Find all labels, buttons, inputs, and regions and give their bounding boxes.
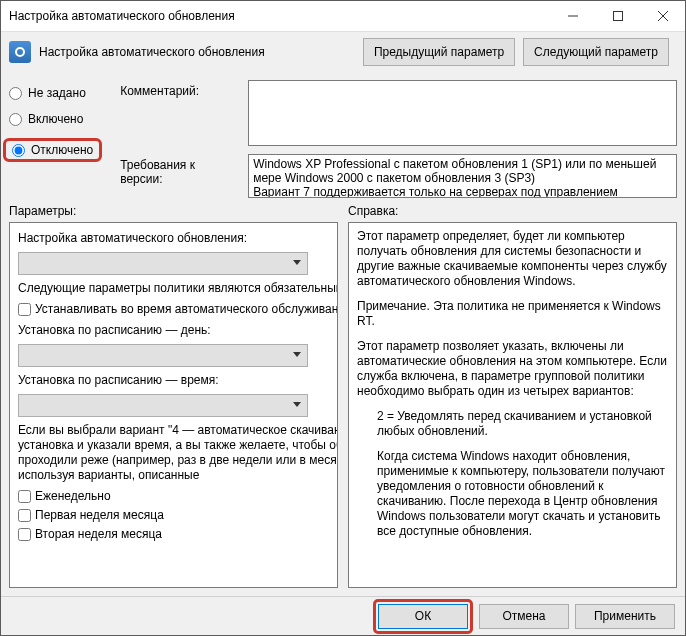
- policy-icon: [9, 41, 31, 63]
- policy-note: Следующие параметры политики являются об…: [18, 281, 338, 296]
- two-columns: Параметры: Настройка автоматического обн…: [9, 204, 677, 588]
- help-column: Справка: Этот параметр определяет, будет…: [348, 204, 677, 588]
- chk-second-week[interactable]: Вторая неделя месяца: [18, 527, 338, 542]
- schedule-day-dropdown[interactable]: [18, 344, 308, 367]
- help-p2: Примечание. Эта политика не применяется …: [357, 299, 668, 329]
- ok-button[interactable]: ОК: [378, 604, 468, 629]
- state-radios: Не задано Включено Отключено: [9, 80, 110, 198]
- help-panel[interactable]: Этот параметр определяет, будет ли компь…: [348, 222, 677, 588]
- requirement-line: Windows XP Professional с пакетом обновл…: [253, 157, 672, 185]
- bottom-bar: ОК Отмена Применить: [1, 596, 685, 635]
- params-column: Параметры: Настройка автоматического обн…: [9, 204, 338, 588]
- params-heading: Параметры:: [9, 204, 338, 218]
- apply-button[interactable]: Применить: [575, 604, 675, 629]
- chk-first-week[interactable]: Первая неделя месяца: [18, 508, 338, 523]
- svg-rect-1: [613, 12, 622, 21]
- chk-install-maintenance[interactable]: Устанавливать во время автоматического о…: [18, 302, 338, 317]
- radio-not-configured-label: Не задано: [28, 86, 86, 100]
- schedule-note: Если вы выбрали вариант "4 — автоматичес…: [18, 423, 338, 483]
- params-title: Настройка автоматического обновления:: [18, 231, 338, 246]
- minimize-button[interactable]: [550, 1, 595, 31]
- auto-update-dropdown[interactable]: [18, 252, 308, 275]
- schedule-time-dropdown[interactable]: [18, 394, 308, 417]
- chk-second-week-input[interactable]: [18, 528, 31, 541]
- help-p4: 2 = Уведомлять перед скачиванием и устан…: [377, 409, 668, 439]
- prev-setting-button[interactable]: Предыдущий параметр: [363, 38, 515, 66]
- schedule-time-label: Установка по расписанию — время:: [18, 373, 338, 388]
- chk-weekly-input[interactable]: [18, 490, 31, 503]
- comment-label: Комментарий:: [120, 80, 240, 98]
- window: Настройка автоматического обновления Нас…: [0, 0, 686, 636]
- chk-install-maintenance-input[interactable]: [18, 303, 31, 316]
- subtitle-bar: Настройка автоматического обновления Пре…: [1, 32, 685, 72]
- schedule-day-label: Установка по расписанию — день:: [18, 323, 338, 338]
- ok-highlight: ОК: [373, 599, 473, 634]
- chk-second-week-label: Вторая неделя месяца: [35, 527, 162, 542]
- requirements-list[interactable]: Windows XP Professional с пакетом обновл…: [248, 154, 677, 198]
- radio-disabled-input[interactable]: [12, 144, 25, 157]
- help-p3: Этот параметр позволяет указать, включен…: [357, 339, 668, 399]
- chk-first-week-label: Первая неделя месяца: [35, 508, 164, 523]
- radio-disabled-label: Отключено: [31, 143, 93, 157]
- maximize-button[interactable]: [595, 1, 640, 31]
- titlebar: Настройка автоматического обновления: [1, 1, 685, 32]
- chk-first-week-input[interactable]: [18, 509, 31, 522]
- radio-enabled[interactable]: Включено: [9, 112, 102, 126]
- close-button[interactable]: [640, 1, 685, 31]
- chk-weekly[interactable]: Еженедельно: [18, 489, 338, 504]
- cancel-button[interactable]: Отмена: [479, 604, 569, 629]
- help-p1: Этот параметр определяет, будет ли компь…: [357, 229, 668, 289]
- radio-enabled-input[interactable]: [9, 113, 22, 126]
- chk-install-maintenance-label: Устанавливать во время автоматического о…: [35, 302, 338, 317]
- params-panel[interactable]: Настройка автоматического обновления: Сл…: [9, 222, 338, 588]
- radio-not-configured-input[interactable]: [9, 87, 22, 100]
- next-setting-button[interactable]: Следующий параметр: [523, 38, 669, 66]
- radio-not-configured[interactable]: Не задано: [9, 86, 102, 100]
- subtitle-text: Настройка автоматического обновления: [39, 45, 363, 59]
- window-title: Настройка автоматического обновления: [1, 9, 550, 23]
- radio-enabled-label: Включено: [28, 112, 83, 126]
- top-fields: Комментарий: Требования к версии: Window…: [120, 80, 677, 198]
- top-block: Не задано Включено Отключено Комментарий…: [9, 80, 677, 198]
- help-p5: Когда система Windows находит обновления…: [377, 449, 668, 539]
- radio-disabled[interactable]: Отключено: [3, 138, 102, 162]
- requirements-label: Требования к версии:: [120, 154, 240, 186]
- help-heading: Справка:: [348, 204, 677, 218]
- content-area: Не задано Включено Отключено Комментарий…: [1, 72, 685, 596]
- chk-weekly-label: Еженедельно: [35, 489, 111, 504]
- requirement-line: Вариант 7 поддерживается только на серве…: [253, 185, 672, 198]
- comment-input[interactable]: [248, 80, 677, 146]
